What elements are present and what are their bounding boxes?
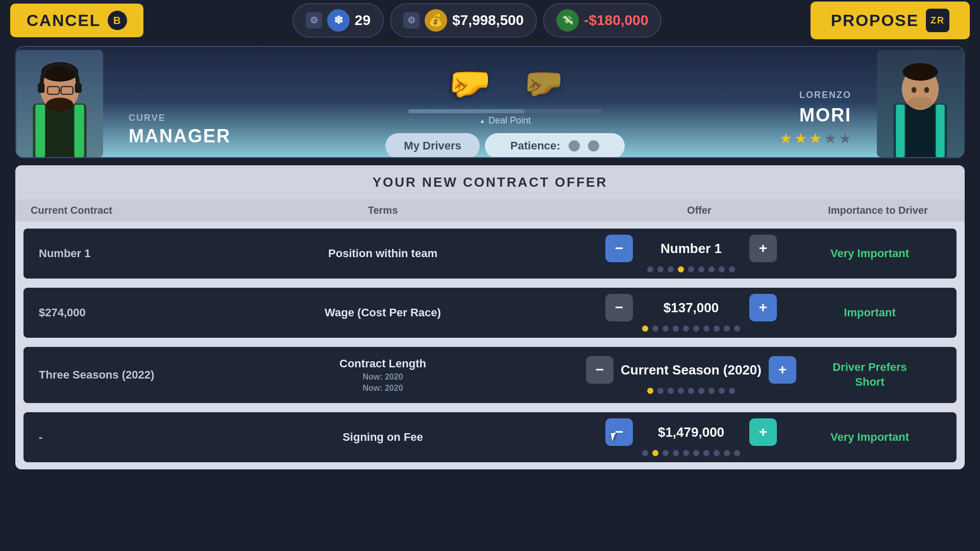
star-5: ★ — [839, 130, 851, 147]
svg-point-20 — [924, 87, 929, 93]
star-4: ★ — [824, 130, 837, 147]
dot — [652, 325, 658, 332]
deal-point-label: Deal Point — [479, 115, 531, 126]
my-drivers-button[interactable]: My Drivers — [385, 133, 480, 158]
dot — [698, 388, 704, 394]
dot-active — [642, 325, 648, 332]
terms-signing: Signing on Fee — [182, 420, 584, 454]
svg-point-18 — [908, 97, 933, 109]
current-wage: $274,000 — [39, 296, 182, 330]
svg-rect-9 — [75, 83, 82, 93]
dot — [678, 388, 684, 394]
driver-hand-icon: 🤛 — [522, 64, 564, 103]
offer-length: − Current Season (2020) + — [584, 350, 798, 400]
wage-decrease-button[interactable]: − — [605, 294, 633, 321]
star-1: ★ — [779, 130, 792, 147]
change-stat: 💸 -$180,000 — [543, 3, 662, 38]
current-position: Number 1 — [39, 237, 182, 270]
balance-value: $7,998,500 — [452, 12, 524, 29]
wage-dots — [642, 325, 740, 332]
driver-stars: ★ ★ ★ ★ ★ — [779, 130, 851, 147]
signing-value: $1,479,000 — [640, 424, 742, 440]
dot-active — [647, 388, 653, 394]
dot — [703, 450, 709, 456]
gear-icon: ⚙ — [310, 15, 318, 26]
manager-hand-icon: 🤜 — [447, 62, 492, 104]
terms-position: Position within team — [182, 237, 584, 270]
dot — [729, 388, 735, 394]
wage-increase-button[interactable]: + — [749, 294, 777, 321]
patience-dot-1 — [569, 140, 580, 152]
patience-dot-2 — [588, 140, 599, 152]
table-header: Current Contract Terms Offer Importance … — [15, 199, 965, 221]
offer-signing: − $1,479,000 + — [584, 412, 798, 462]
svg-rect-8 — [38, 83, 44, 93]
top-stats: ⚙ ❄ 29 ⚙ 💰 $7,998,500 💸 -$180,000 — [292, 3, 662, 38]
change-icon: 💸 — [556, 9, 579, 32]
balance-stat: ⚙ 💰 $7,998,500 — [390, 3, 537, 38]
points-icon: ❄ — [327, 9, 350, 32]
dot — [647, 266, 653, 272]
signing-dots — [642, 450, 740, 456]
terms-wage: Wage (Cost Per Race) — [182, 296, 584, 330]
star-2: ★ — [794, 130, 807, 147]
position-decrease-button[interactable]: − — [605, 235, 633, 262]
cancel-button[interactable]: CANCEL B — [10, 4, 143, 37]
negotiation-panel: CURVE MANAGER 🤜 🤛 Deal Point My Drivers … — [15, 46, 965, 158]
terms-length-sub: Now: 2020 — [182, 372, 584, 382]
importance-position: Very Important — [798, 237, 941, 270]
dot — [714, 325, 720, 332]
dot — [724, 450, 730, 456]
points-value: 29 — [355, 12, 371, 29]
dot — [673, 450, 679, 456]
dot — [673, 325, 679, 332]
table-row: Three Seasons (2022) Contract Length Now… — [23, 347, 957, 403]
header-terms: Terms — [174, 205, 592, 216]
signing-decrease-button[interactable]: − — [605, 418, 633, 446]
dot — [693, 325, 699, 332]
signing-controls: − $1,479,000 + — [605, 418, 777, 446]
driver-subtitle: LORENZO — [799, 90, 851, 101]
header-offer: Offer — [592, 205, 806, 216]
length-increase-button[interactable]: + — [769, 356, 796, 384]
hands-row: 🤜 🤛 — [447, 62, 564, 104]
dot — [734, 325, 740, 332]
header-current: Current Contract — [31, 205, 174, 216]
dot — [719, 266, 725, 272]
settings-icon-2: ⚙ — [403, 12, 420, 29]
dot — [657, 388, 664, 394]
dot — [663, 325, 669, 332]
contract-rows: Number 1 Position within team − Number 1… — [15, 221, 965, 469]
dot — [657, 266, 664, 272]
dot — [688, 388, 694, 394]
svg-rect-10 — [35, 105, 45, 157]
propose-badge: ZR — [926, 9, 949, 32]
length-value: Current Season (2020) — [621, 362, 762, 378]
terms-length: Contract Length Now: 2020 Now: 2020 — [182, 347, 584, 403]
patience-label: Patience: — [510, 139, 560, 153]
dot — [683, 325, 689, 332]
importance-wage: Important — [798, 296, 941, 330]
change-value: -$180,000 — [584, 12, 648, 29]
dot — [714, 450, 720, 456]
dot — [734, 450, 740, 456]
length-decrease-button[interactable]: − — [586, 356, 614, 384]
manager-info: CURVE MANAGER — [113, 103, 231, 157]
dot — [719, 388, 725, 394]
position-controls: − Number 1 + — [605, 235, 777, 262]
deal-point-section: Deal Point — [408, 109, 602, 126]
signing-increase-button[interactable]: + — [749, 418, 777, 446]
position-increase-button[interactable]: + — [749, 235, 777, 262]
settings-icon-1: ⚙ — [306, 12, 322, 29]
svg-point-4 — [46, 98, 73, 112]
length-dots — [647, 388, 735, 394]
offer-position: − Number 1 + — [584, 229, 798, 279]
money-icon: 💰 — [425, 9, 447, 32]
position-value: Number 1 — [640, 241, 742, 257]
dot-active — [652, 450, 658, 456]
driver-side: LORENZO MORI ★ ★ ★ ★ ★ — [769, 47, 964, 157]
manager-side: CURVE MANAGER — [16, 47, 241, 157]
propose-button[interactable]: PROPOSE ZR — [811, 2, 970, 39]
dot — [683, 450, 689, 456]
position-dots — [647, 266, 735, 272]
